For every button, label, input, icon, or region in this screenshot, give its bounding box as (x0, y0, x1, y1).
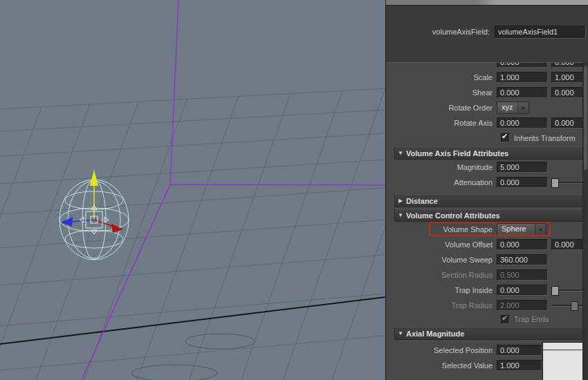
shear-x-field[interactable]: 0.000 (497, 87, 548, 98)
collapse-arrow-icon: ▼ (395, 330, 406, 336)
dropdown-arrow-icon: ▼ (517, 102, 529, 113)
selected-position-field[interactable]: 0.000 (497, 345, 542, 356)
volume-offset-row: Volume Offset 0.000 0.000 (386, 237, 588, 252)
trap-radius-field: 2.000 (497, 300, 548, 311)
rotate-axis-row: Rotate Axis 0.000 0.000 (386, 115, 588, 131)
section-axial-magnitude[interactable]: ▼ Axial Magnitude (394, 327, 583, 340)
volume-sweep-label: Volume Sweep (386, 256, 497, 264)
clipped-row: 0.000 0.000 (386, 63, 588, 70)
trap-ends-row: ✔ Trap Ends (386, 313, 588, 325)
volume-offset-label: Volume Offset (386, 240, 497, 249)
trap-inside-field[interactable]: 0.000 (497, 285, 548, 296)
node-header: volumeAxisField: volumeAxisField1 (386, 6, 588, 62)
magnitude-row: Magnitude 5.000 (386, 160, 588, 175)
selected-value-label: Selected Value (386, 361, 497, 370)
attributes-scroll-area[interactable]: 0.000 0.000 Scale 1.000 1.000 Shear 0.00… (386, 62, 588, 380)
magnitude-label: Magnitude (386, 163, 497, 171)
section-radius-row: Section Radius 0.500 (386, 267, 588, 283)
shear-label: Shear (386, 88, 497, 97)
scale-x-field[interactable]: 1.000 (497, 72, 548, 83)
inherits-transform-checkbox[interactable]: ✔ (501, 133, 510, 142)
volume-shape-row: Volume Shape Sphere ▼ (386, 222, 588, 237)
trap-radius-label: Trap Radius (386, 301, 497, 310)
rotate-axis-x-field[interactable]: 0.000 (497, 117, 548, 129)
volume-shape-dropdown[interactable]: Sphere ▼ (497, 223, 546, 236)
trap-ends-checkbox: ✔ (501, 315, 510, 324)
rotate-order-label: Rotate Order (386, 104, 497, 112)
section-radius-field: 0.500 (497, 269, 548, 281)
maya-window: volumeAxisField: volumeAxisField1 0.000 … (0, 0, 588, 380)
rotate-x-field[interactable]: 0.000 (497, 63, 548, 68)
shear-row: Shear 0.000 0.000 (386, 85, 588, 100)
inherits-transform-label: Inherits Transform (514, 134, 576, 142)
volume-sweep-row: Volume Sweep 360.000 (386, 252, 588, 267)
panel-top-strip (386, 0, 588, 6)
magnitude-field[interactable]: 5.000 (497, 162, 548, 173)
scrollbar-thumb[interactable] (584, 66, 587, 170)
trap-inside-row: Trap Inside 0.000 (386, 283, 588, 298)
node-type-label: volumeAxisField: (386, 28, 490, 36)
3d-viewport[interactable] (0, 0, 385, 380)
vertical-scrollbar[interactable] (582, 62, 588, 380)
rotate-axis-label: Rotate Axis (386, 119, 497, 127)
expand-arrow-icon: ▶ (395, 198, 406, 204)
viewport-canvas (0, 0, 385, 380)
attenuation-field[interactable]: 0.000 (497, 177, 548, 188)
selected-position-label: Selected Position (386, 346, 497, 354)
section-distance[interactable]: ▶ Distance (394, 194, 583, 207)
scale-label: Scale (386, 73, 497, 82)
ramp-curve (543, 350, 582, 350)
dropdown-arrow-icon: ▼ (535, 224, 546, 235)
selected-value-field[interactable]: 1.000 (497, 360, 542, 371)
axial-magnitude-ramp-graph[interactable] (542, 342, 583, 380)
rotate-order-dropdown[interactable]: xyz ▼ (497, 102, 529, 114)
volume-shape-label: Volume Shape (386, 225, 497, 234)
collapse-arrow-icon: ▼ (395, 150, 406, 156)
inherits-transform-row: ✔ Inherits Transform (386, 131, 588, 145)
section-volume-axis-field-attributes[interactable]: ▼ Volume Axis Field Attributes (394, 146, 583, 160)
scale-row: Scale 1.000 1.000 (386, 70, 588, 85)
trap-radius-row: Trap Radius 2.000 (386, 298, 588, 313)
volume-offset-x-field[interactable]: 0.000 (497, 239, 548, 250)
attenuation-label: Attenuation (386, 178, 497, 187)
node-name-field[interactable]: volumeAxisField1 (495, 26, 586, 39)
attribute-editor-panel: volumeAxisField: volumeAxisField1 0.000 … (385, 0, 588, 380)
collapse-arrow-icon: ▼ (395, 212, 406, 218)
attenuation-row: Attenuation 0.000 (386, 175, 588, 190)
trap-ends-label: Trap Ends (514, 315, 549, 323)
section-volume-control-attributes[interactable]: ▼ Volume Control Attributes (394, 209, 583, 222)
trap-inside-label: Trap Inside (386, 286, 497, 294)
section-radius-label: Section Radius (386, 271, 497, 279)
volume-sweep-field[interactable]: 360.000 (497, 254, 548, 265)
rotate-order-row: Rotate Order xyz ▼ (386, 100, 588, 115)
